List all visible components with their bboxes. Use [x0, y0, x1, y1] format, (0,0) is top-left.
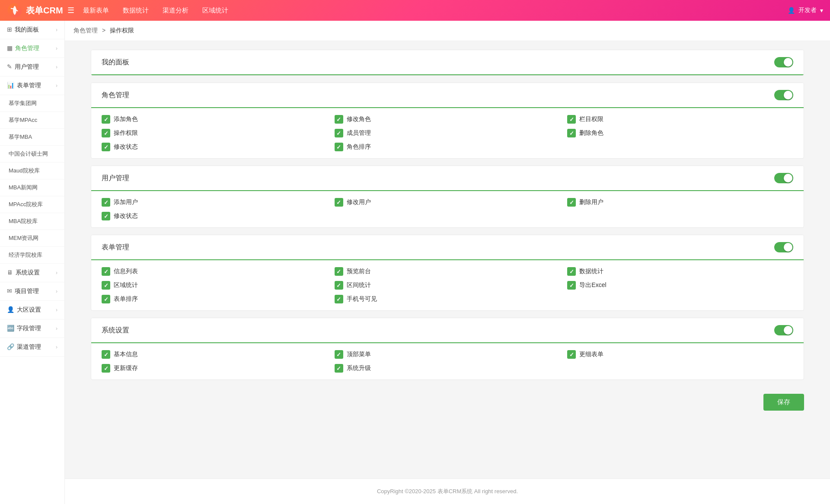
checkbox-interval-stats[interactable]	[335, 281, 343, 290]
sidebar-item-field-mgmt[interactable]: 🔤字段管理 ›	[0, 319, 64, 338]
nav-region-stats[interactable]: 区域统计	[202, 5, 228, 16]
checkbox-column-perm[interactable]	[567, 115, 576, 124]
sidebar-item-channel-mgmt[interactable]: 🔗渠道管理 ›	[0, 338, 64, 357]
checkbox-modify-status-role[interactable]	[102, 143, 110, 151]
sidebar-label-user: 用户管理	[15, 63, 39, 70]
perm-label-form-sort: 表单排序	[114, 295, 138, 303]
checkbox-edit-role[interactable]	[335, 115, 343, 124]
section-role-mgmt: 角色管理 添加角色 修改角色 栏目权限 操作权限 成员管理 删除角色 修改状态 …	[91, 83, 804, 159]
checkbox-edit-user[interactable]	[335, 198, 343, 207]
chevron-right-icon: ›	[56, 27, 57, 33]
breadcrumb-parent[interactable]: 角色管理	[73, 27, 98, 34]
sidebar-sub-mem[interactable]: MEM资讯网	[0, 230, 64, 247]
sidebar-item-dashboard[interactable]: ⊞我的面板 ›	[0, 21, 64, 39]
checkbox-form-sort[interactable]	[102, 295, 110, 303]
nav-latest-forms[interactable]: 最新表单	[83, 5, 109, 16]
username: 开发者	[798, 6, 817, 14]
chevron-right-icon4: ›	[56, 83, 57, 89]
perm-item-data-stats: 数据统计	[567, 267, 793, 276]
section-body-user-mgmt: 添加用户 修改用户 删除用户 修改状态	[91, 191, 804, 227]
sidebar-item-form-mgmt[interactable]: 📊表单管理 ›	[0, 77, 64, 95]
checkbox-region-stats[interactable]	[102, 281, 110, 290]
main-content: 角色管理 > 操作权限 我的面板 角色管理	[65, 21, 830, 504]
section-body-sys-settings: 基本信息 顶部菜单 更细表单 更新缓存 系统升级	[91, 343, 804, 380]
sidebar-sub-maud[interactable]: Maud院校库	[0, 163, 64, 179]
checkbox-add-user[interactable]	[102, 198, 110, 207]
logo: 表单CRM	[7, 3, 67, 18]
sidebar-item-role-mgmt[interactable]: ▦角色管理 ›	[0, 39, 64, 58]
sidebar-sub-china-accounting[interactable]: 中国会计硕士网	[0, 146, 64, 163]
menu-toggle[interactable]: ☰	[67, 6, 74, 15]
checkbox-preview[interactable]	[335, 267, 343, 276]
toggle-role-mgmt[interactable]	[774, 90, 793, 100]
checkbox-info-list[interactable]	[102, 267, 110, 276]
toggle-sys-settings[interactable]	[774, 325, 793, 335]
sidebar-item-sys-settings[interactable]: 🖥系统设置 ›	[0, 264, 64, 282]
sidebar-item-user-mgmt[interactable]: ✎用户管理 ›	[0, 58, 64, 77]
perm-item-add-user: 添加用户	[102, 198, 328, 207]
chevron-right-icon6: ›	[56, 288, 57, 294]
checkbox-del-role[interactable]	[567, 129, 576, 137]
checkbox-update-cache[interactable]	[102, 364, 110, 373]
perm-label-column-perm: 栏目权限	[579, 115, 603, 123]
checkbox-del-user[interactable]	[567, 198, 576, 207]
sidebar-sub-mba-news[interactable]: MBA新闻网	[0, 179, 64, 196]
sidebar-label-field: 字段管理	[17, 325, 41, 332]
perm-label-phone-visible: 手机号可见	[347, 295, 377, 303]
logo-icon	[7, 3, 22, 18]
section-title-role-mgmt: 角色管理	[102, 91, 129, 100]
perm-label-add-user: 添加用户	[114, 198, 138, 206]
checkbox-data-stats[interactable]	[567, 267, 576, 276]
header-nav: 最新表单 数据统计 渠道分析 区域统计	[83, 5, 228, 16]
toggle-my-dashboard[interactable]	[774, 57, 793, 67]
toggle-user-mgmt[interactable]	[774, 173, 793, 183]
perm-item-export-excel: 导出Excel	[567, 281, 793, 290]
sidebar-sub-mpacc-school[interactable]: MPAcc院校库	[0, 196, 64, 213]
checkbox-role-sort[interactable]	[335, 143, 343, 151]
checkbox-phone-visible[interactable]	[335, 295, 343, 303]
perm-label-sys-upgrade: 系统升级	[347, 364, 371, 372]
checkbox-modify-status-user[interactable]	[102, 212, 110, 220]
checkbox-more-forms[interactable]	[567, 350, 576, 359]
checkbox-export-excel[interactable]	[567, 281, 576, 290]
section-header-user-mgmt: 用户管理	[91, 166, 804, 191]
nav-channel-analysis[interactable]: 渠道分析	[163, 5, 188, 16]
footer-text: CopyRight ©2020-2025 表单CRM系统 All right r…	[377, 488, 518, 494]
sidebar-sub-mba-school[interactable]: MBA院校库	[0, 213, 64, 230]
checkbox-add-role[interactable]	[102, 115, 110, 124]
sys-settings-icon: 🖥	[7, 269, 13, 276]
save-button[interactable]: 保存	[763, 394, 804, 411]
sidebar-sub-muxue-group[interactable]: 慕学集团网	[0, 95, 64, 112]
sidebar-label-region: 大区设置	[17, 306, 41, 313]
perm-label-member-mgmt: 成员管理	[347, 129, 371, 137]
perm-label-update-cache: 更新缓存	[114, 364, 138, 372]
perm-item-op-perm: 操作权限	[102, 129, 328, 137]
perm-label-data-stats: 数据统计	[579, 268, 603, 275]
sidebar-sub-econ-school[interactable]: 经济学院校库	[0, 247, 64, 264]
checkbox-top-menu[interactable]	[335, 350, 343, 359]
checkbox-op-perm[interactable]	[102, 129, 110, 137]
sidebar-item-project-mgmt[interactable]: ✉项目管理 ›	[0, 282, 64, 301]
region-icon: 👤	[7, 306, 14, 313]
sidebar-item-region-settings[interactable]: 👤大区设置 ›	[0, 301, 64, 319]
section-title-form-mgmt: 表单管理	[102, 243, 129, 252]
user-menu[interactable]: 👤 开发者 ▾	[788, 6, 823, 14]
section-title-sys-settings: 系统设置	[102, 326, 129, 335]
checkbox-basic-info[interactable]	[102, 350, 110, 359]
perm-item-add-role: 添加角色	[102, 115, 328, 124]
sidebar-sub-muxue-mba[interactable]: 慕学MBA	[0, 129, 64, 146]
sidebar-label-sys: 系统设置	[16, 269, 40, 276]
channel-icon: 🔗	[7, 343, 14, 350]
toggle-form-mgmt[interactable]	[774, 242, 793, 252]
section-sys-settings: 系统设置 基本信息 顶部菜单 更细表单 更新缓存 系统升级	[91, 318, 804, 380]
checkbox-member-mgmt[interactable]	[335, 129, 343, 137]
perm-item-member-mgmt: 成员管理	[335, 129, 561, 137]
checkbox-sys-upgrade[interactable]	[335, 364, 343, 373]
sidebar-sub-muxue-mpacc[interactable]: 慕学MPAcc	[0, 112, 64, 129]
chevron-right-icon5: ›	[56, 270, 57, 276]
sidebar-label-dashboard: 我的面板	[15, 26, 39, 33]
perm-item-modify-status-role: 修改状态	[102, 143, 328, 151]
sidebar-label-role: 角色管理	[15, 45, 39, 51]
perm-item-edit-user: 修改用户	[335, 198, 561, 207]
nav-data-stats[interactable]: 数据统计	[123, 5, 149, 16]
